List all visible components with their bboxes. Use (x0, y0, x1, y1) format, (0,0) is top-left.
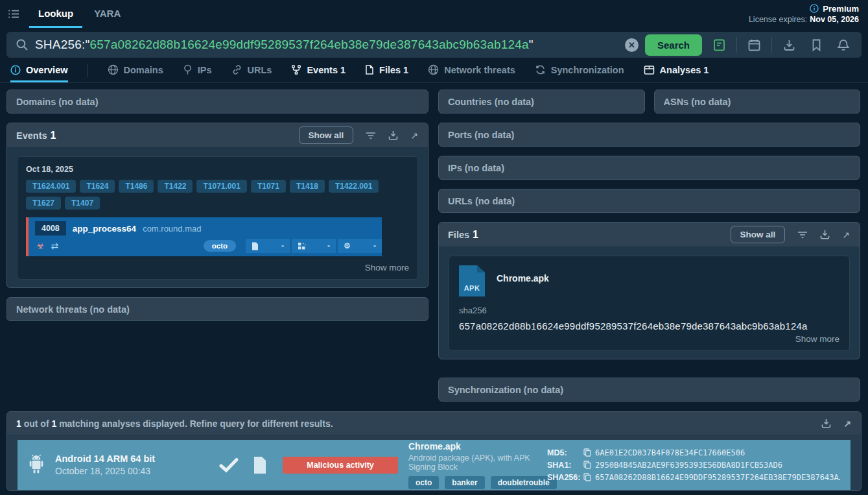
events-show-all-button[interactable]: Show all (299, 127, 354, 144)
asns-panel[interactable]: ASNs (no data) (654, 90, 861, 114)
copy-icon[interactable] (583, 473, 591, 481)
map-pin-icon (183, 64, 193, 75)
technique-tag[interactable]: T1486 (119, 180, 154, 193)
process-row[interactable]: 4008 app_process64 com.round.mad ☣ ⇄ oct… (26, 217, 382, 256)
calendar-icon[interactable] (744, 38, 765, 52)
analyses-summary-text: matching analyses displayed. Refine quer… (56, 418, 333, 429)
tab-yara[interactable]: YARA (85, 0, 130, 28)
malicious-biohazard-icon: ☣ (36, 241, 45, 251)
process-modules-value: - (327, 241, 330, 250)
files-show-more-link[interactable]: Show more (459, 334, 839, 344)
tab-urls[interactable]: URLs (231, 59, 272, 82)
process-settings-value: - (373, 241, 376, 250)
process-modules-stat[interactable]: - (292, 239, 336, 253)
analyses-header: 1 out of 1 matching analyses displayed. … (7, 412, 861, 435)
search-bar: SHA256:"657a08262d88b16624e99ddf95289537… (6, 32, 862, 58)
technique-tag[interactable]: T1624 (80, 180, 115, 193)
window-icon (644, 65, 655, 75)
events-count: 1 (51, 130, 56, 141)
countries-panel[interactable]: Countries (no data) (438, 90, 645, 114)
verdict-badge: Malicious activity (283, 457, 398, 474)
globe-threat-icon (428, 64, 439, 75)
search-icon (16, 38, 29, 51)
copy-icon[interactable] (583, 461, 591, 469)
analyses-body: Android 14 ARM 64 bit October 18, 2025 0… (7, 435, 861, 491)
ports-panel[interactable]: Ports (no data) (438, 123, 860, 147)
file-name[interactable]: Chrome.apk (497, 273, 549, 284)
technique-tag[interactable]: T1071.001 (196, 180, 246, 193)
expand-icon[interactable]: ↗ (839, 418, 856, 429)
events-show-more-link[interactable]: Show more (26, 263, 409, 272)
clear-search-icon[interactable]: ✕ (625, 38, 639, 52)
list-menu-icon[interactable] (8, 8, 20, 20)
technique-tag[interactable]: T1422.001 (329, 180, 379, 193)
expand-icon[interactable]: ↗ (406, 130, 423, 141)
process-name: app_process64 (73, 224, 136, 234)
domains-panel[interactable]: Domains (no data) (6, 90, 428, 114)
download-icon[interactable] (816, 418, 836, 429)
download-icon[interactable] (815, 229, 835, 240)
analysis-result-row[interactable]: Android 14 ARM 64 bit October 18, 2025 0… (18, 440, 850, 490)
toolbar-divider (736, 37, 737, 53)
process-settings-stat[interactable]: ⚙ - (338, 239, 382, 253)
filter-icon[interactable] (361, 131, 381, 140)
synchronization-panel[interactable]: Synchronization (no data) (438, 378, 860, 402)
bookmark-icon[interactable] (806, 38, 827, 52)
analysis-tag[interactable]: octo (408, 476, 439, 489)
filter-icon[interactable] (793, 230, 812, 239)
events-panel-body: Oct 18, 2025 T1624.001 T1624 T1486 T1422… (7, 148, 428, 287)
technique-tag[interactable]: T1624.001 (26, 180, 76, 193)
ips-empty-label: IPs (no data) (448, 163, 504, 173)
technique-tag[interactable]: T1627 (26, 197, 61, 210)
file-hash-value: 657a08262d88b16624e99ddf95289537f264eb38… (459, 320, 839, 332)
urls-panel[interactable]: URLs (no data) (438, 189, 860, 213)
countries-empty-label: Countries (no data) (448, 97, 534, 107)
file-card: APK Chrome.apk sha256 657a08262d88b16624… (449, 256, 850, 351)
network-threats-panel[interactable]: Network threats (no data) (6, 297, 428, 321)
notifications-bell-icon[interactable] (833, 38, 854, 52)
link-icon (231, 64, 242, 75)
process-files-stat[interactable]: - (246, 239, 290, 253)
section-tabs: Overview Domains IPs URLs Events 1 Files… (0, 59, 868, 83)
tab-lookup[interactable]: Lookup (29, 0, 82, 28)
tab-ips[interactable]: IPs (183, 59, 212, 82)
license-expiry: License expires:Nov 05, 2026 (749, 14, 859, 25)
technique-tag[interactable]: T1071 (251, 180, 286, 193)
search-input[interactable]: SHA256:"657a08262d88b16624e99ddf95289537… (35, 38, 618, 52)
top-tabs: Lookup YARA (29, 0, 130, 28)
file-hash-type-label: sha256 (459, 306, 839, 315)
saved-queries-icon[interactable] (709, 38, 730, 52)
report-document-icon[interactable] (253, 456, 267, 474)
tab-domains[interactable]: Domains (108, 59, 163, 82)
search-button[interactable]: Search (645, 34, 702, 56)
technique-tag[interactable]: T1422 (158, 180, 193, 193)
tab-overview[interactable]: Overview (10, 59, 68, 82)
ips-panel[interactable]: IPs (no data) (438, 156, 860, 180)
threat-name-pill[interactable]: octo (204, 240, 236, 252)
tab-analyses[interactable]: Analyses 1 (644, 59, 709, 82)
technique-tag[interactable]: T1407 (65, 197, 100, 210)
technique-tag[interactable]: T1418 (290, 180, 325, 193)
apk-file-icon: APK (459, 265, 485, 296)
copy-icon[interactable] (583, 448, 591, 457)
tab-files[interactable]: Files 1 (365, 59, 408, 82)
top-bar: Lookup YARA Premium License expires:Nov … (0, 0, 868, 28)
analyses-count-shown: 1 (16, 418, 21, 429)
process-pid: 4008 (35, 221, 66, 235)
analysis-tags: octo banker doubletrouble (408, 476, 547, 489)
tab-events[interactable]: Events 1 (291, 59, 346, 82)
events-title: Events (16, 130, 47, 141)
analysis-file-description: Android package (APK), with APK Signing … (408, 453, 547, 472)
analysis-tag[interactable]: banker (445, 476, 484, 489)
download-results-icon[interactable] (779, 38, 800, 52)
urls-empty-label: URLs (no data) (448, 196, 515, 206)
tab-network-threats[interactable]: Network threats (428, 59, 515, 82)
download-icon[interactable] (383, 130, 403, 141)
info-icon (10, 65, 21, 75)
files-show-all-button[interactable]: Show all (731, 226, 786, 243)
analyses-summary-text: out of (21, 418, 52, 429)
tab-synchronization[interactable]: Synchronization (535, 59, 624, 82)
tab-analyses-label: Analyses 1 (660, 65, 709, 75)
apk-file-type-label: APK (459, 284, 485, 292)
expand-icon[interactable]: ↗ (838, 230, 854, 240)
